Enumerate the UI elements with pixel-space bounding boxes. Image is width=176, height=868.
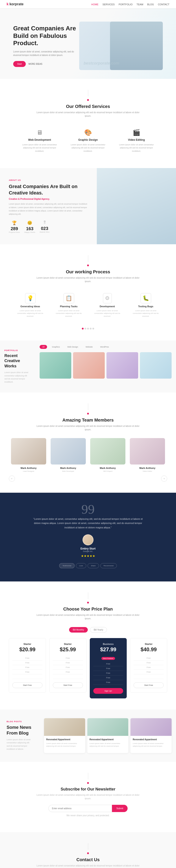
blog-post-3[interactable]: Renovated Appartment Lorem ipsum dolor s… <box>131 718 172 753</box>
plan-4-feature-1: Free <box>134 656 164 660</box>
portfolio-image-1[interactable] <box>40 352 71 379</box>
ideas-icon: 💡 <box>25 293 36 303</box>
blog-title: Some News From Blog <box>7 724 33 736</box>
team-title-block: Amazing Team Members <box>9 417 167 423</box>
newsletter-title: Subscribe for Our Newsletter <box>9 787 167 792</box>
pricing-subtitle: Lorem ipsum dolor sit amet consectetur a… <box>33 613 143 620</box>
process-title-block: Our working Process <box>9 269 167 274</box>
plan-2-cta[interactable]: Start Free <box>53 682 83 688</box>
contact-title: Contact Us <box>9 857 167 862</box>
process-grid: 💡 Generating Ideas Lorem ipsum dolor sit… <box>9 290 167 321</box>
team-role-3: SEO Expert <box>90 470 126 472</box>
blog-desc-3: Lorem ipsum dolor sit amet consectetur a… <box>133 742 169 747</box>
blog-desc-1: Lorem ipsum dolor sit amet consectetur a… <box>46 742 83 747</box>
hero-watermark: bestcorporate.com <box>83 61 119 66</box>
filter-graphics[interactable]: Graphics <box>49 345 63 349</box>
process-step-testing: 🐛 Testing Bugs Lorem ipsum dolor sit ame… <box>128 290 164 321</box>
process-dot-4[interactable] <box>90 328 92 330</box>
plan-1-cta[interactable]: Start Free <box>12 682 42 688</box>
t-nav-recommend[interactable]: Recommend <box>100 563 117 568</box>
process-dot-5[interactable] <box>93 328 94 330</box>
blog-desc-2: Lorem ipsum dolor sit amet consectetur a… <box>90 742 126 747</box>
testimonial-text: "Lorem ipsum dolor sit amet, consectetur… <box>33 517 143 530</box>
blog-title-1: Renovated Appartment <box>46 738 83 741</box>
portfolio-image-2[interactable] <box>73 352 105 379</box>
newsletter-submit-button[interactable]: Submit <box>112 805 128 812</box>
services-grid: 🖥 Web Development Lorem ipsum dolor sit … <box>9 124 167 157</box>
team-prev-arrow[interactable]: ← <box>9 475 15 482</box>
nav-team[interactable]: TEAM <box>137 3 143 6</box>
stat-awards-num: 023 <box>40 226 49 231</box>
team-name-4: Mark Anthony <box>130 467 165 469</box>
pricing-grid: Starter $20.99 Free Free Free Free Start… <box>9 638 167 699</box>
t-nav-share[interactable]: Share <box>87 563 99 568</box>
pricing-toggle: Bill Monthly Bill Yearly <box>9 627 167 632</box>
team-name-1: Mark Anthony <box>11 467 46 469</box>
plan-1-feature-3: Free <box>12 665 42 670</box>
process-dev-title: Development <box>92 305 123 308</box>
plan-2-name: Starter <box>53 643 83 645</box>
pricing-divider <box>9 592 167 604</box>
hero-cta-secondary[interactable]: MORE IDEAS <box>29 63 42 65</box>
filter-website[interactable]: Website <box>83 345 95 349</box>
process-dot-1[interactable] <box>82 328 83 330</box>
nav-services[interactable]: SERVICES <box>103 3 115 6</box>
hero-cta-primary[interactable]: Start <box>13 61 26 67</box>
process-dev-desc: Lorem ipsum dolor sit amet consectetur a… <box>92 309 123 318</box>
web-dev-icon: 🖥 <box>21 129 58 136</box>
blog-post-1[interactable]: Renovated Appartment Lorem ipsum dolor s… <box>44 718 85 753</box>
filter-webdesign[interactable]: Web Design <box>65 345 81 349</box>
logo[interactable]: k korprate <box>7 2 24 6</box>
toggle-monthly[interactable]: Bill Monthly <box>69 627 88 632</box>
portfolio-images <box>35 352 176 385</box>
about-description: Lorem ipsum dolor sit amet, consectetur … <box>9 203 88 216</box>
portfolio-image-3[interactable] <box>106 352 138 379</box>
about-section: ABOUT US Great Companies Are Built on Cr… <box>0 168 176 244</box>
newsletter-privacy-note: We never share your privacy, and protect… <box>9 814 167 817</box>
team-photo-1 <box>11 438 46 465</box>
happy-icon: 😊 <box>24 220 35 225</box>
filter-wordpress[interactable]: WordPres <box>98 345 111 349</box>
nav-portfolio[interactable]: PORTFOLIO <box>118 3 133 6</box>
nav-home[interactable]: HOME <box>91 3 99 6</box>
video-editing-icon: 🎬 <box>118 129 155 136</box>
plan-4-cta[interactable]: Start Free <box>134 682 164 688</box>
toggle-yearly[interactable]: Bill Yearly <box>90 627 107 632</box>
plan-1-feature-1: Free <box>12 656 42 660</box>
team-next-arrow[interactable]: → <box>161 475 167 482</box>
team-name-3: Mark Anthony <box>90 467 126 469</box>
team-carousel: Mark Anthony Lead Designer Mark Anthony … <box>9 438 167 482</box>
stat-awards: 🎖 023 Awards Won <box>40 220 49 233</box>
t-nav-testimonial[interactable]: Testimonial <box>59 563 75 568</box>
logo-letter: k <box>7 2 8 6</box>
stat-projects-num: 289 <box>9 226 20 231</box>
process-step-dev: ⚙ Development Lorem ipsum dolor sit amet… <box>90 290 125 321</box>
team-member-3: Mark Anthony SEO Expert <box>90 438 126 472</box>
testing-icon: 🐛 <box>141 293 151 303</box>
plan-3-cta[interactable]: Sign Up! <box>93 688 124 694</box>
plan-1-price: $20.99 <box>12 646 42 653</box>
portfolio-image-4[interactable] <box>140 352 172 379</box>
plan-1-feature-5 <box>12 674 42 679</box>
stat-clients-label: Happy Clients <box>24 231 35 233</box>
process-dot-2[interactable] <box>84 328 86 330</box>
nav-blog[interactable]: BLOG <box>147 3 154 6</box>
team-photo-2 <box>50 438 86 465</box>
plan-2-feature-3: Free <box>53 665 83 670</box>
blog-post-2[interactable]: Renovated Appartment Lorem ipsum dolor s… <box>87 718 129 753</box>
blog-img-2 <box>87 718 129 736</box>
newsletter-email-input[interactable] <box>48 805 112 812</box>
team-divider <box>9 403 167 415</box>
blog-title-2: Renovated Appartment <box>90 738 126 741</box>
process-ideas-title: Generating Ideas <box>15 305 46 308</box>
blog-img-1 <box>44 718 85 736</box>
services-title: Our Offered Services <box>9 104 167 109</box>
process-dot-3[interactable] <box>87 328 89 330</box>
process-step-planning: 📋 Planning Tasks Lorem ipsum dolor sit a… <box>51 290 86 321</box>
filter-all[interactable]: All <box>40 345 47 349</box>
plan-4-feature-2: Free <box>134 660 164 665</box>
testimonial-author-name: Embry Sturt <box>9 547 167 550</box>
nav-contact[interactable]: CONTACT <box>158 3 169 6</box>
navbar: k korprate HOME SERVICES PORTFOLIO TEAM … <box>0 0 176 8</box>
t-nav-love[interactable]: Love <box>76 563 86 568</box>
